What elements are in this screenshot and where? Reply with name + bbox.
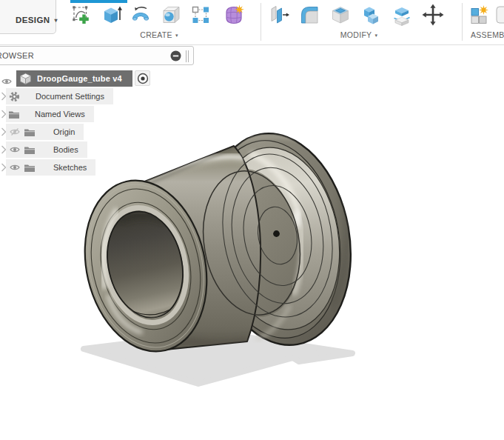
eye-hidden-icon[interactable]: [10, 128, 20, 136]
minus-circle-icon: [170, 50, 181, 61]
revolve-icon: [130, 4, 152, 26]
browser-row-document-settings[interactable]: Document Settings: [0, 88, 207, 104]
new-component-icon: [468, 4, 490, 26]
modify-group-label: MODIFY: [340, 30, 372, 39]
browser-row-named-views[interactable]: Named Views: [0, 106, 207, 122]
workspace-name: DESIGN: [16, 16, 50, 24]
sketch-center-point: [273, 230, 280, 237]
folder-icon: [9, 110, 19, 119]
folder-icon: [24, 146, 35, 154]
rectangular-pattern-icon: [189, 4, 212, 26]
combine-button[interactable]: [360, 4, 383, 27]
browser-row-bodies[interactable]: Bodies: [0, 141, 207, 158]
eye-visible-icon[interactable]: [10, 164, 20, 171]
browser-row-origin[interactable]: Origin: [0, 124, 207, 140]
browser-row-sketches[interactable]: Sketches: [0, 159, 207, 176]
component-label: DroopGauge_tube v4: [37, 74, 122, 83]
create-form-icon: [223, 4, 245, 26]
eye-visible-icon[interactable]: [10, 146, 20, 153]
visibility-eye-icon[interactable]: [1, 75, 12, 88]
press-pull-button[interactable]: [268, 4, 292, 27]
component-cube-icon: [19, 73, 32, 85]
component-selection[interactable]: DroopGauge_tube v4: [16, 70, 132, 87]
fillet-icon: [298, 4, 320, 26]
browser-title: BROWSER: [0, 51, 34, 60]
toolbar-divider: [261, 3, 261, 41]
assemble-group-dropdown[interactable]: ASSEMBLE▾: [471, 30, 504, 39]
viewport-canvas[interactable]: [0, 0, 504, 440]
workspace-label[interactable]: DESIGN▾: [16, 16, 58, 24]
move-copy-icon: [422, 4, 444, 26]
row-label: Bodies: [53, 145, 78, 154]
row-label: Document Settings: [36, 92, 104, 101]
rectangular-pattern-button[interactable]: [189, 4, 213, 27]
row-label: Sketches: [53, 163, 87, 172]
collapse-browser-button[interactable]: [170, 50, 181, 61]
move-copy-button[interactable]: [422, 4, 446, 27]
new-component-button[interactable]: [468, 4, 491, 27]
fillet-button[interactable]: [298, 4, 322, 27]
shell-button[interactable]: [329, 4, 353, 27]
hole-icon: [160, 4, 182, 26]
gear-icon: [9, 91, 20, 102]
modify-group-dropdown[interactable]: MODIFY▾: [329, 30, 389, 39]
chevron-down-icon: ▾: [374, 33, 377, 38]
extrude-button[interactable]: [100, 4, 124, 27]
create-group-dropdown[interactable]: CREATE▾: [130, 30, 189, 39]
toolbar: DESIGN▾: [0, 0, 504, 45]
row-label: Named Views: [35, 110, 85, 119]
create-sketch-icon: [71, 4, 93, 26]
chevron-down-icon: ▾: [55, 17, 58, 24]
hole-button[interactable]: [160, 4, 184, 27]
press-pull-icon: [268, 4, 290, 26]
combine-icon: [360, 4, 382, 26]
radio-target-icon: [136, 72, 149, 85]
active-tab-indicator: [70, 0, 127, 3]
toolbar-divider: [462, 3, 463, 41]
split-body-button[interactable]: [391, 4, 414, 27]
create-group-label: CREATE: [140, 30, 172, 39]
folder-icon: [24, 128, 35, 136]
create-form-button[interactable]: [223, 4, 246, 27]
browser-header: BROWSER: [0, 46, 194, 65]
revolve-button[interactable]: [130, 4, 153, 27]
panel-resize-grip[interactable]: [186, 50, 190, 62]
browser-row-component[interactable]: DroopGauge_tube v4: [0, 70, 207, 87]
shell-icon: [329, 4, 352, 26]
split-body-icon: [391, 4, 413, 26]
row-label: Origin: [53, 127, 75, 136]
activate-component-radio[interactable]: [135, 70, 150, 86]
joint-icon: [496, 4, 504, 26]
create-sketch-button[interactable]: [71, 4, 95, 27]
chevron-down-icon: ▾: [175, 33, 178, 38]
joint-button[interactable]: [496, 4, 504, 27]
extrude-icon: [100, 4, 122, 26]
assemble-group-label: ASSEMBLE: [471, 30, 504, 39]
fusion360-window: { "workspace": { "label": "DESIGN", "car…: [0, 0, 504, 440]
folder-icon: [24, 164, 35, 172]
